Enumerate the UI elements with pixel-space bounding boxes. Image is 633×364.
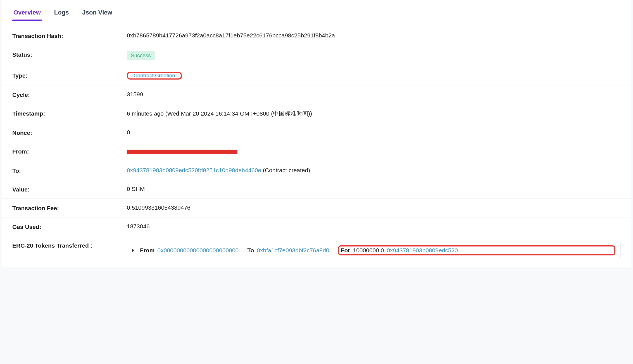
transfer-for-label: For: [341, 247, 350, 254]
value-nonce: 0: [127, 129, 621, 136]
to-address-link[interactable]: 0x943781903b0809edc520fd9251c10d98deb446…: [127, 167, 261, 173]
transfer-to-link[interactable]: 0xbfa1cf7e093dbf2c76a8d0…: [257, 247, 335, 254]
value-to: 0x943781903b0809edc520fd9251c10d98deb446…: [127, 167, 621, 174]
tab-overview[interactable]: Overview: [12, 6, 42, 21]
row-erc20: ERC-20 Tokens Transferred : From 0x00000…: [2, 236, 631, 265]
from-redacted-wrap: [127, 148, 237, 155]
row-nonce: Nonce: 0: [2, 123, 631, 142]
row-cycle: Cycle: 31599: [2, 85, 631, 104]
row-value: Value: 0 SHM: [2, 180, 631, 199]
value-cycle: 31599: [127, 91, 621, 98]
row-fee: Transaction Fee: 0.510993316054389476: [2, 199, 631, 217]
label-timestamp: Timestamp:: [12, 110, 127, 117]
label-value: Value:: [12, 186, 127, 193]
transfer-from-label: From: [140, 247, 155, 254]
label-nonce: Nonce:: [12, 129, 127, 136]
value-type: Contract Creation: [127, 72, 621, 80]
transfer-from-link[interactable]: 0x00000000000000000000000…: [158, 247, 245, 254]
label-fee: Transaction Fee:: [12, 204, 127, 212]
transfer-amount: 10000000.0: [353, 247, 384, 254]
value-status: Success: [127, 51, 621, 60]
label-to: To:: [12, 167, 127, 174]
row-transaction-hash: Transaction Hash: 0xb7865789b417726a973f…: [2, 27, 631, 45]
value-value: 0 SHM: [127, 186, 621, 192]
caret-right-icon: [132, 249, 134, 252]
value-timestamp: 6 minutes ago (Wed Mar 20 2024 16:14:34 …: [127, 110, 621, 118]
row-gas: Gas Used: 1873046: [2, 217, 631, 236]
status-badge: Success: [127, 51, 155, 60]
label-from: From:: [12, 148, 127, 155]
tab-logs[interactable]: Logs: [53, 6, 70, 21]
transfer-token-link[interactable]: 0x943781903b0809edc520…: [387, 247, 464, 254]
value-fee: 0.510993316054389476: [127, 204, 621, 211]
value-transaction-hash: 0xb7865789b417726a973f2a0acc8a17f1eb75e2…: [127, 32, 621, 39]
label-erc20: ERC-20 Tokens Transferred :: [12, 242, 127, 249]
to-suffix: (Contract created): [261, 167, 310, 173]
transfer-item[interactable]: From 0x00000000000000000000000… To 0xbfa…: [127, 242, 621, 259]
value-erc20: From 0x00000000000000000000000… To 0xbfa…: [127, 242, 621, 259]
from-redacted-bar: [127, 150, 237, 154]
label-type: Type:: [12, 72, 127, 79]
row-to: To: 0x943781903b0809edc520fd9251c10d98de…: [2, 161, 631, 180]
value-from: [127, 148, 621, 155]
tab-json-view[interactable]: Json View: [81, 6, 113, 21]
overview-content: Transaction Hash: 0xb7865789b417726a973f…: [2, 21, 631, 267]
value-gas: 1873046: [127, 223, 621, 230]
type-badge: Contract Creation: [130, 74, 179, 77]
row-from: From:: [2, 142, 631, 161]
label-transaction-hash: Transaction Hash:: [12, 32, 127, 39]
row-timestamp: Timestamp: 6 minutes ago (Wed Mar 20 202…: [2, 104, 631, 123]
tabs: Overview Logs Json View: [2, 0, 631, 21]
label-gas: Gas Used:: [12, 223, 127, 230]
row-type: Type: Contract Creation: [2, 66, 631, 85]
for-highlight-box: For 10000000.0 0x943781903b0809edc520…: [338, 245, 615, 255]
type-highlight-box: Contract Creation: [127, 72, 182, 80]
row-status: Status: Success: [2, 45, 631, 66]
label-status: Status:: [12, 51, 127, 58]
transfer-to-label: To: [247, 247, 254, 254]
transaction-panel: Overview Logs Json View Transaction Hash…: [2, 0, 631, 267]
label-cycle: Cycle:: [12, 91, 127, 98]
